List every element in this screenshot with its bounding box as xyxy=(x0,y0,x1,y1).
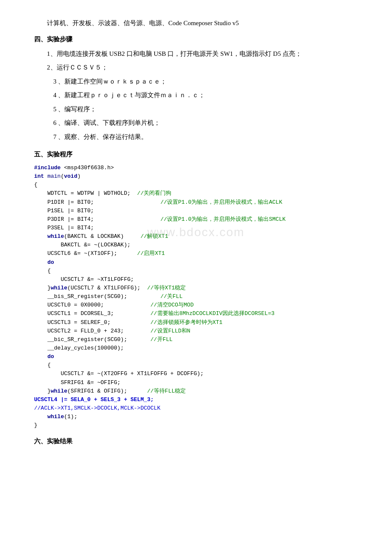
step-7: 7 、观察、分析、保存运行结果。 xyxy=(53,131,358,143)
step-1: 1、用电缆连接开发板 USB2 口和电脑 USB 口，打开电源开关 SW1，电源… xyxy=(34,48,358,60)
step-2: 2、运行ＣＣＳＶ５； xyxy=(47,61,358,74)
step-6: 6 、编译、调试、下载程序到单片机； xyxy=(53,117,358,129)
page-wrapper: www.bdocx.com 计算机、开发板、示波器、信号源、电源、Code Co… xyxy=(34,17,358,447)
section6-heading: 六、实验结果 xyxy=(34,436,358,447)
step-5: 5 、编写程序； xyxy=(53,103,358,116)
section5-heading: 五、实验程序 xyxy=(34,149,358,160)
intro-text: 计算机、开发板、示波器、信号源、电源、Code Comeposer Studio… xyxy=(34,17,358,29)
section4-heading: 四、实验步骤 xyxy=(34,34,358,45)
code-block: #include <msp430f6638.h> int main(void) … xyxy=(34,164,358,430)
step-3: 3 、新建工作空间ｗｏｒｋｓｐａｃｅ； xyxy=(53,75,358,88)
step-4: 4 、新建工程ｐｒｏｊｅｃｔ与源文件ｍａｉｎ．ｃ； xyxy=(53,89,358,101)
